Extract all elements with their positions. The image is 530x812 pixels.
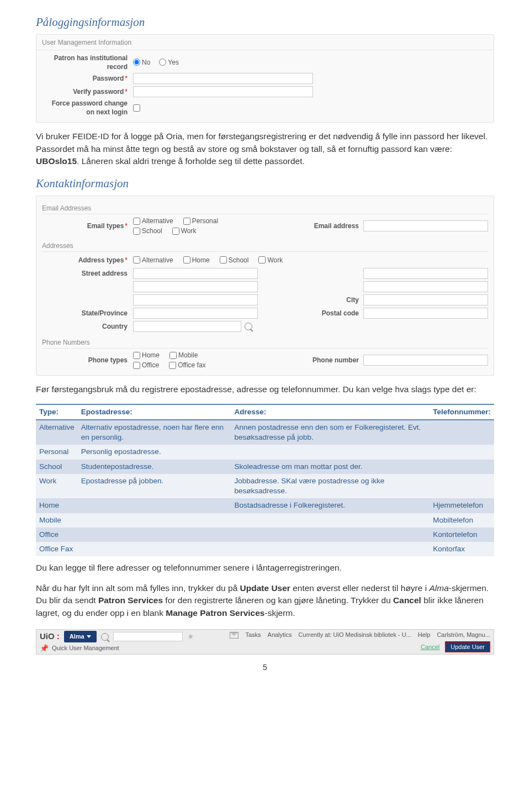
pin-icon[interactable]: 📌 [40, 644, 49, 653]
para1-text: Vi bruker FEIDE-ID for å logge på Oria, … [36, 131, 487, 153]
table-row: SchoolStudentepostadresse.Skoleadresse o… [36, 460, 494, 474]
table-row: HomeBostadsadresse i Folkeregisteret.Hje… [36, 498, 494, 513]
label-password: Password [42, 74, 130, 83]
radio-no[interactable] [133, 59, 140, 66]
table-row: OfficeKontortelefon [36, 528, 494, 542]
table-cell-epost: Studentepostadresse. [78, 460, 231, 474]
panel-user-mgmt-head: User Management Information [36, 37, 494, 50]
label-verify-password: Verify password [42, 87, 130, 96]
section-palogging-title: Påloggingsinformasjon [36, 14, 494, 30]
label-postal: Postal code [309, 309, 360, 318]
paragraph-login-info: Vi bruker FEIDE-ID for å logge på Oria, … [36, 130, 494, 167]
cb-email-work[interactable] [172, 228, 179, 235]
table-cell-adresse: Skoleadresse om man mottar post der. [231, 460, 430, 474]
table-cell-epost [78, 528, 231, 542]
breadcrumb-quick-user-mgmt[interactable]: Quick User Management [52, 644, 119, 652]
street-input-1[interactable] [133, 268, 258, 279]
star-icon[interactable]: ★ [187, 631, 194, 642]
cb-phone-office[interactable] [133, 362, 140, 369]
mail-icon[interactable] [230, 632, 239, 639]
label-city: City [309, 296, 360, 304]
th-adresse: Adresse: [231, 404, 430, 420]
verify-password-input[interactable] [133, 86, 313, 97]
label-force-change: Force password change on next login [42, 99, 130, 117]
street-input-2b[interactable] [363, 281, 488, 292]
th-type: Type: [36, 404, 78, 420]
table-cell-tlf: Hjemmetelefon [430, 498, 494, 513]
table-cell-type: Work [36, 474, 78, 498]
state-input[interactable] [133, 308, 258, 319]
table-cell-tlf: Kontortelefon [430, 528, 494, 542]
table-cell-type: Mobile [36, 513, 78, 528]
password-input[interactable] [133, 73, 313, 84]
table-cell-epost [78, 542, 231, 556]
cancel-button[interactable]: Cancel [421, 643, 439, 651]
paragraph-contact-intro: Før førstegangsbruk må du registrere epo… [36, 383, 494, 396]
cb-phone-officefax[interactable] [169, 362, 176, 369]
street-input-2[interactable] [133, 281, 258, 292]
alma-menu[interactable]: Alma [64, 631, 97, 642]
email-address-input[interactable] [363, 220, 488, 231]
table-cell-type: Alternative [36, 420, 78, 445]
street-input-3[interactable] [133, 294, 258, 305]
table-row: Office FaxKontorfax [36, 542, 494, 556]
table-cell-epost: Epostadresse på jobben. [78, 474, 231, 498]
table-cell-tlf [430, 474, 494, 498]
table-row: PersonalPersonlig epostadresse. [36, 445, 494, 459]
label-phone-types: Phone types [42, 356, 130, 365]
force-change-checkbox[interactable] [133, 104, 140, 112]
update-user-button[interactable]: Update User [445, 641, 490, 652]
table-cell-tlf [430, 420, 494, 445]
th-tlf: Telefonnummer: [430, 404, 494, 420]
radio-yes-label: Yes [168, 58, 179, 67]
cb-addr-work[interactable] [258, 256, 266, 263]
cb-email-personal[interactable] [183, 218, 190, 225]
table-cell-type: Personal [36, 445, 78, 459]
table-cell-adresse [231, 445, 430, 459]
group-email-addresses: Email Addresses [42, 203, 488, 214]
cb-email-alternative[interactable] [133, 218, 140, 225]
page-number: 5 [36, 662, 494, 673]
cb-phone-home[interactable] [133, 352, 140, 359]
country-lookup-icon[interactable] [245, 323, 252, 330]
cb-addr-home[interactable] [183, 256, 190, 263]
location-label: Currently at: UiO Medisinsk bibliotek - … [299, 631, 411, 639]
table-cell-adresse: Annen postadresse enn den som er Folkere… [231, 420, 430, 445]
paragraph-update-user: Når du har fylt inn alt som må fylles in… [36, 582, 494, 619]
cb-phone-mobile[interactable] [169, 352, 177, 359]
table-row: AlternativeAlternativ epostadresse, noen… [36, 420, 494, 445]
table-cell-adresse [231, 513, 430, 528]
radio-yes[interactable] [159, 59, 166, 66]
table-cell-type: Home [36, 498, 78, 513]
analytics-link[interactable]: Analytics [268, 631, 292, 639]
label-address-types: Address types [42, 256, 130, 265]
cb-addr-alternative[interactable] [133, 256, 140, 263]
city-input[interactable] [363, 294, 488, 305]
contact-panel: Email Addresses Email types Alternative … [36, 196, 494, 376]
table-row: MobileMobiltelefon [36, 513, 494, 528]
phone-number-input[interactable] [363, 355, 488, 366]
postal-input[interactable] [363, 308, 488, 319]
help-link[interactable]: Help [418, 631, 431, 639]
user-menu[interactable]: Carlström, Magnu... [437, 631, 490, 639]
cb-email-school[interactable] [133, 228, 140, 235]
label-phone-number: Phone number [309, 356, 360, 365]
label-state: State/Province [42, 309, 130, 318]
tasks-link[interactable]: Tasks [245, 631, 261, 639]
para1-bold: UBOslo15 [36, 156, 77, 166]
section-kontakt-title: Kontaktinformasjon [36, 176, 494, 191]
table-cell-tlf [430, 445, 494, 459]
label-email-address: Email address [309, 222, 360, 230]
street-input-1b[interactable] [363, 268, 488, 279]
label-country: Country [42, 322, 130, 331]
cb-addr-school[interactable] [220, 256, 227, 263]
email-types-options: Alternative Personal School Work [133, 217, 224, 235]
table-cell-epost: Alternativ epostadresse, noen har flere … [78, 420, 231, 445]
group-phone-numbers: Phone Numbers [42, 337, 488, 349]
table-cell-type: School [36, 460, 78, 474]
search-icon[interactable] [101, 633, 109, 641]
country-input[interactable] [133, 321, 241, 332]
th-epost: Epostadresse: [78, 404, 231, 420]
toolbar-search-input[interactable] [113, 632, 183, 641]
address-types-options: Alternative Home School Work [133, 256, 288, 265]
